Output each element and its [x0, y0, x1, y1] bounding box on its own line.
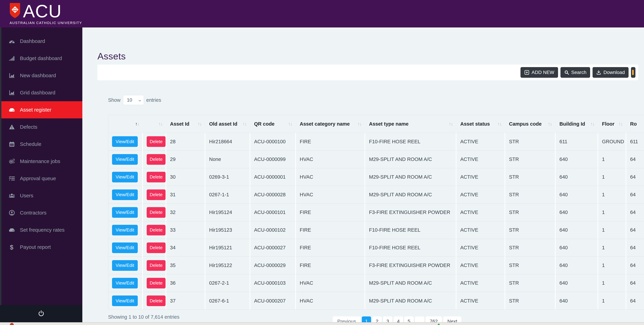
cell-qr-code: ACU-0000103: [250, 274, 296, 292]
sidebar-item-label: Defects: [20, 124, 38, 130]
sidebar-item-defects[interactable]: Defects: [0, 118, 82, 136]
table-row: View/EditDelete33Hir195123ACU-0000102FIR…: [108, 221, 644, 239]
search-button[interactable]: Search: [560, 67, 590, 78]
delete-button[interactable]: Delete: [147, 296, 166, 306]
cell-building-id: 640: [555, 274, 598, 292]
view-edit-button[interactable]: View/Edit: [112, 136, 138, 147]
sidebar-item-payout-report[interactable]: $Payout report: [0, 238, 82, 256]
assets-table: ↑↓↑↓Asset Id↑↓Old asset Id↑↓QR code↑↓Ass…: [108, 115, 644, 310]
col-header-asset-status[interactable]: Asset status↑↓: [456, 115, 505, 133]
cell-asset-status: ACTIVE: [456, 150, 505, 168]
delete-button[interactable]: Delete: [147, 154, 166, 165]
col-header-asset-id[interactable]: Asset Id↑↓: [166, 115, 205, 133]
col-header-old-asset-id[interactable]: Old asset Id↑↓: [205, 115, 250, 133]
sidebar-item-label: Users: [20, 193, 33, 198]
delete-button[interactable]: Delete: [147, 225, 166, 236]
clipped-toolbar-button[interactable]: [631, 67, 636, 78]
cell-floor: 1: [598, 186, 626, 204]
cell-floor: 1: [598, 150, 626, 168]
cell-floor: 1: [598, 274, 626, 292]
col-header-asset-category-name[interactable]: Asset category name↑↓: [296, 115, 365, 133]
sidebar-item-label: Dashboard: [20, 38, 45, 44]
sidebar-item-new-dashboard[interactable]: New dashboard: [0, 67, 82, 84]
cell-building-id: 640: [555, 204, 598, 221]
delete-button[interactable]: Delete: [147, 242, 166, 253]
cell-asset-type-name: M29-SPLIT AND ROOM A/C: [365, 186, 456, 204]
delete-button[interactable]: Delete: [147, 260, 166, 271]
sidebar-item-schedule[interactable]: Schedule: [0, 136, 82, 153]
power-icon[interactable]: [38, 310, 44, 317]
col-header-label: Building Id: [560, 121, 585, 127]
download-icon: [596, 70, 601, 75]
cell-qr-code: ACU-0000029: [250, 256, 296, 274]
sidebar-item-set-frequency-rates[interactable]: Set frequency rates: [0, 221, 82, 238]
col-header-floor[interactable]: Floor↑↓: [598, 115, 626, 133]
logo-subtitle: AUSTRALIAN CATHOLIC UNIVERSITY: [10, 21, 82, 25]
cell-asset-category-name: FIRE: [296, 239, 365, 256]
gauge-icon: [8, 38, 16, 44]
col-header-asset-type-name[interactable]: Asset type name↑↓: [365, 115, 456, 133]
cell-asset-id: 32: [166, 204, 205, 221]
entries-select[interactable]: 10: [123, 95, 144, 105]
cell-asset-id: 29: [166, 150, 205, 168]
col-header-building-id[interactable]: Building Id↑↓: [555, 115, 598, 133]
sidebar-item-dashboard[interactable]: Dashboard: [0, 32, 82, 50]
cell-asset-type-name: M29-SPLIT AND ROOM A/C: [365, 168, 456, 186]
cell-old-asset-id: Hir218664: [205, 133, 250, 150]
add-new-button[interactable]: ADD NEW: [520, 67, 558, 78]
checklist-icon: [8, 175, 16, 182]
cell-asset-type-name: M29-SPLIT AND ROOM A/C: [365, 150, 456, 168]
sidebar-item-grid-dashboard[interactable]: Grid dashboard: [0, 84, 82, 101]
drive-icon: [8, 226, 16, 233]
cell-campus-code: STR: [505, 186, 555, 204]
sort-arrows-icon: ↑↓: [618, 121, 622, 127]
download-button[interactable]: Download: [592, 67, 628, 78]
delete-button[interactable]: Delete: [147, 278, 166, 288]
view-edit-button[interactable]: View/Edit: [112, 207, 138, 218]
view-edit-button[interactable]: View/Edit: [112, 154, 138, 165]
table-row: View/EditDelete28Hir218664ACU-0000100FIR…: [108, 133, 644, 150]
sidebar-item-maintenance-jobs[interactable]: Maintenance jobs: [0, 153, 82, 170]
sidebar-item-users[interactable]: Users: [0, 187, 82, 204]
sidebar-item-approval-queue[interactable]: Approval queue: [0, 170, 82, 187]
cell-asset-type-name: F10-FIRE HOSE REEL: [365, 239, 456, 256]
sidebar-item-contractors[interactable]: Contractors: [0, 204, 82, 221]
cell-asset-status: ACTIVE: [456, 168, 505, 186]
toolbar-button-label: ADD NEW: [532, 70, 554, 75]
sidebar-item-budget-dashboard[interactable]: Budget dashboard: [0, 50, 82, 67]
sort-arrows-icon: ↑↓: [288, 121, 292, 127]
cell-asset-category-name: HVAC: [296, 292, 365, 310]
col-header-sort-1[interactable]: ↑↓: [142, 115, 166, 133]
toolbar: ADD NEWSearchDownload: [98, 64, 638, 80]
sidebar-item-label: Approval queue: [20, 176, 56, 182]
col-header-qr-code[interactable]: QR code↑↓: [250, 115, 296, 133]
delete-button[interactable]: Delete: [147, 207, 166, 218]
cell-building-id: 640: [555, 221, 598, 239]
delete-button[interactable]: Delete: [147, 190, 166, 200]
app-header: ACU AUSTRALIAN CATHOLIC UNIVERSITY: [0, 0, 644, 28]
cell-old-asset-id: Hir195121: [205, 239, 250, 256]
view-edit-button[interactable]: View/Edit: [112, 225, 138, 236]
col-header-campus-code[interactable]: Campus code↑↓: [505, 115, 555, 133]
view-edit-button[interactable]: View/Edit: [112, 260, 138, 271]
col-header-sort-0[interactable]: ↑↓: [108, 115, 142, 133]
cell-asset-id: 35: [166, 256, 205, 274]
cell-room: 611: [626, 133, 644, 150]
delete-button[interactable]: Delete: [147, 136, 166, 147]
table-row: View/EditDelete29NoneACU-0000099HVACM29-…: [108, 150, 644, 168]
view-edit-button[interactable]: View/Edit: [112, 242, 138, 253]
plus-square-icon: [524, 70, 530, 75]
cell-floor: 1: [598, 204, 626, 221]
table-header-row: ↑↓↑↓Asset Id↑↓Old asset Id↑↓QR code↑↓Ass…: [108, 115, 644, 133]
sidebar-item-asset-register[interactable]: Asset register: [0, 101, 82, 118]
view-edit-button[interactable]: View/Edit: [112, 278, 138, 288]
col-header-ro[interactable]: Ro↑↓: [626, 115, 644, 133]
view-edit-button[interactable]: View/Edit: [112, 172, 138, 182]
sidebar-item-label: Schedule: [20, 141, 41, 147]
view-edit-button[interactable]: View/Edit: [112, 190, 138, 200]
delete-button[interactable]: Delete: [147, 172, 166, 182]
view-edit-button[interactable]: View/Edit: [112, 296, 138, 306]
cell-building-id: 640: [555, 239, 598, 256]
col-header-label: QR code: [254, 121, 274, 127]
cell-room: 64: [626, 150, 644, 168]
